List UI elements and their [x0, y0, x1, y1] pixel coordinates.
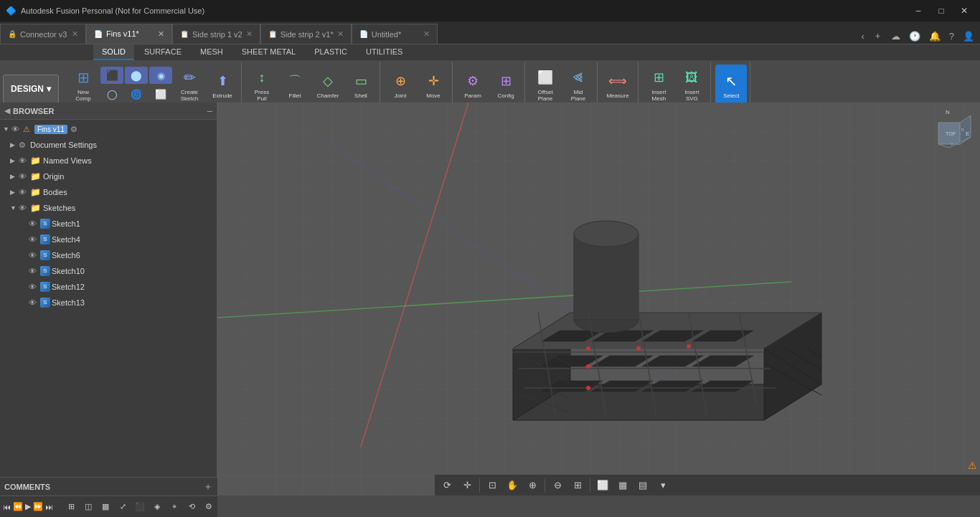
bt-display-btn[interactable]: ⬜: [593, 477, 612, 494]
tree-sketch10[interactable]: 👁 S Sketch10: [0, 263, 217, 279]
tab-bell-icon[interactable]: 🔔: [926, 29, 943, 43]
parameters-btn[interactable]: ⚙ Param: [457, 65, 489, 105]
anim-icon6[interactable]: ◈: [149, 499, 165, 515]
tab-cloud-icon[interactable]: ☁: [888, 29, 903, 43]
bodies-vis[interactable]: 👁: [19, 188, 29, 196]
bt-pan-btn[interactable]: ✛: [458, 477, 476, 494]
tree-sketches[interactable]: ▼ 👁 📁 Sketches: [0, 200, 217, 216]
select-btn[interactable]: ↖ Select: [715, 65, 747, 105]
bt-camera-btn[interactable]: ⊡: [483, 477, 501, 494]
origin-vis[interactable]: 👁: [19, 172, 29, 181]
ribbon-tab-solid[interactable]: SOLID: [93, 44, 134, 60]
bt-grid-btn[interactable]: ▦: [613, 477, 632, 494]
bt-zoomfit-btn[interactable]: ⊞: [568, 477, 587, 494]
close-button[interactable]: ✕: [954, 0, 974, 22]
minimize-button[interactable]: –: [908, 0, 928, 22]
named-views-icon[interactable]: 👁: [19, 156, 29, 165]
tree-sketch4[interactable]: 👁 S Sketch4: [0, 232, 217, 247]
anim-icon1[interactable]: ⊞: [63, 499, 79, 515]
sketch6-vis[interactable]: 👁: [29, 251, 39, 260]
anim-prev-btn[interactable]: ⏪: [13, 499, 23, 515]
anim-icon8[interactable]: ⟲: [184, 499, 199, 515]
anim-icon2[interactable]: ◫: [80, 499, 96, 515]
sketch10-vis[interactable]: 👁: [29, 267, 39, 275]
tab-connector[interactable]: 🔒 Connector v3 ✕: [0, 24, 86, 44]
new-component-btn[interactable]: ⊞ NewComp: [67, 65, 99, 105]
tab-user-icon[interactable]: 👤: [960, 29, 977, 43]
tree-sketch6[interactable]: 👁 S Sketch6: [0, 247, 217, 263]
ribbon-tab-plastic[interactable]: PLASTIC: [306, 44, 356, 60]
offset-plane-btn[interactable]: ⬜ OffsetPlane: [529, 65, 561, 105]
design-button[interactable]: DESIGN ▾: [3, 75, 59, 103]
insert-svg-btn[interactable]: 🖼 InsertSVG: [676, 65, 707, 105]
ribbon-tab-sheetmetal[interactable]: SHEET METAL: [233, 44, 304, 60]
chamfer-btn[interactable]: ◇ Chamfer: [312, 65, 344, 105]
sphere-btn[interactable]: ◉: [149, 67, 172, 84]
tree-sketch13[interactable]: 👁 S Sketch13: [0, 295, 217, 310]
tab-fins-close[interactable]: ✕: [158, 29, 164, 39]
anim-next-btn[interactable]: ⏩: [33, 499, 43, 515]
tree-doc-settings[interactable]: ▶ ⚙ Document Settings: [0, 137, 217, 153]
create-sketch-btn[interactable]: ✏ CreateSketch: [174, 65, 205, 105]
tree-sketch1[interactable]: 👁 S Sketch1: [0, 216, 217, 232]
tree-origin[interactable]: ▶ 👁 📁 Origin: [0, 169, 217, 184]
bt-zoom-btn[interactable]: ⊖: [548, 477, 567, 494]
tab-question-icon[interactable]: ?: [946, 29, 957, 43]
bt-hand-btn[interactable]: ✋: [503, 477, 522, 494]
anim-settings[interactable]: ⚙: [201, 499, 217, 515]
measure-btn[interactable]: ⟺ Measure: [602, 65, 633, 105]
pipe-btn[interactable]: ⬜: [149, 85, 172, 103]
bt-env-btn[interactable]: ▤: [633, 477, 652, 494]
comments-bar[interactable]: COMMENTS ＋: [0, 477, 217, 495]
tab-chevron-left[interactable]: ‹: [858, 29, 867, 43]
bt-navigate-btn[interactable]: ⟳: [438, 477, 456, 494]
bt-more-btn[interactable]: ▾: [654, 477, 672, 494]
shell-btn[interactable]: ▭ Shell: [345, 65, 377, 105]
tree-sketch12[interactable]: 👁 S Sketch12: [0, 279, 217, 295]
tab-side2-close[interactable]: ✕: [337, 29, 344, 39]
anim-icon3[interactable]: ▦: [98, 499, 113, 515]
tree-bodies[interactable]: ▶ 👁 📁 Bodies: [0, 184, 217, 200]
tab-side1-close[interactable]: ✕: [246, 29, 253, 39]
fillet-btn[interactable]: ⌒ Fillet: [279, 65, 311, 105]
anim-end-btn[interactable]: ⏭: [45, 499, 53, 515]
browser-back-icon[interactable]: ◀: [4, 106, 10, 115]
tab-fins[interactable]: 📄 Fins v11* ✕: [86, 24, 172, 44]
viewcube[interactable]: TOP R F N E: [924, 108, 974, 158]
ribbon-tab-surface[interactable]: SURFACE: [136, 44, 190, 60]
anim-icon4[interactable]: ⤢: [115, 499, 131, 515]
press-pull-btn[interactable]: ↕ PressPull: [246, 65, 278, 105]
torus-btn[interactable]: ◯: [100, 85, 123, 103]
move-btn[interactable]: ✛ Move: [418, 65, 449, 105]
tab-new[interactable]: ＋: [870, 28, 885, 44]
anim-play-btn[interactable]: ▶: [25, 499, 31, 515]
tab-side1[interactable]: 📋 Side strip 1 v2 ✕: [172, 24, 260, 44]
tab-clock-icon[interactable]: 🕐: [906, 29, 923, 43]
sketch4-vis[interactable]: 👁: [29, 235, 39, 244]
root-settings-icon[interactable]: ⚙: [70, 125, 77, 134]
sketch13-vis[interactable]: 👁: [29, 298, 39, 307]
comments-add-icon[interactable]: ＋: [203, 480, 213, 493]
tab-untitled[interactable]: 📄 Untitled* ✕: [352, 24, 438, 44]
sketch1-vis[interactable]: 👁: [29, 219, 39, 228]
configurations-btn[interactable]: ⊞ Config: [490, 65, 522, 105]
box-btn[interactable]: ⬛: [100, 67, 123, 84]
tab-untitled-close[interactable]: ✕: [423, 29, 430, 39]
bt-zoom-orbit-btn[interactable]: ⊕: [523, 477, 542, 494]
joint-btn[interactable]: ⊕ Joint: [385, 65, 416, 105]
midplane-btn[interactable]: ⫷ MidPlane: [562, 65, 594, 105]
maximize-button[interactable]: □: [931, 0, 951, 22]
coil-btn[interactable]: 🌀: [125, 85, 148, 103]
root-vis-icon[interactable]: 👁: [11, 125, 22, 133]
tree-named-views[interactable]: ▶ 👁 📁 Named Views: [0, 153, 217, 169]
cylinder-btn[interactable]: ⬤: [125, 67, 148, 84]
anim-icon5[interactable]: ⬛: [132, 499, 148, 515]
ribbon-tab-utilities[interactable]: UTILITIES: [357, 44, 411, 60]
sketches-vis[interactable]: 👁: [19, 204, 29, 212]
browser-close-icon[interactable]: –: [207, 105, 212, 116]
ribbon-tab-mesh[interactable]: MESH: [192, 44, 232, 60]
extrude-btn[interactable]: ⬆ Extrude: [207, 65, 238, 105]
anim-start-btn[interactable]: ⏮: [3, 499, 11, 515]
anim-icon7[interactable]: ⌖: [166, 499, 182, 515]
tree-root-fins[interactable]: ▼ 👁 ⚠ Fins v11 ⚙: [0, 121, 217, 137]
